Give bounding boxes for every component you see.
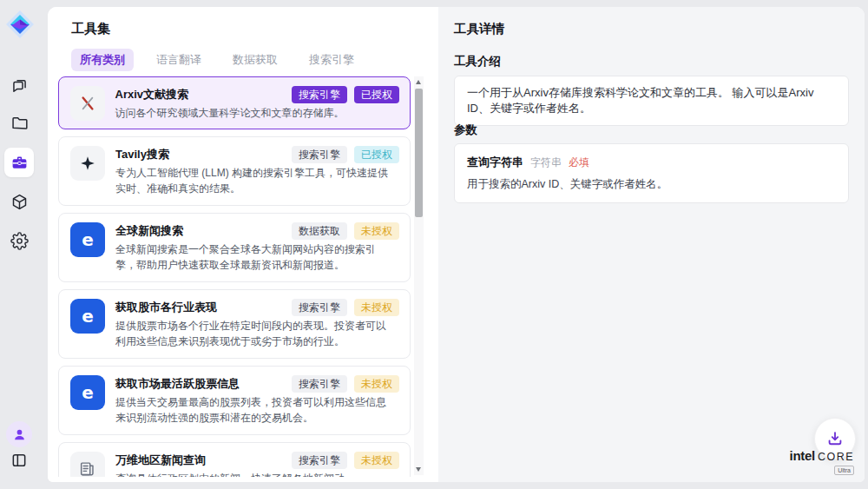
intro-box: 一个用于从Arxiv存储库搜索科学论文和文章的工具。 输入可以是Arxiv ID… <box>454 76 849 126</box>
auth-status-badge: 未授权 <box>354 222 399 240</box>
newspaper-icon <box>78 459 97 477</box>
auth-status-badge: 已授权 <box>354 86 399 103</box>
tools-panel: 工具集 所有类别 语言翻译 数据获取 搜索引擎 Arxiv文献搜索 访问各个研究… <box>48 7 438 482</box>
category-tab-bar: 所有类别 语言翻译 数据获取 搜索引擎 <box>71 49 363 71</box>
intel-core-logo: intelCORE Ultra <box>790 450 854 475</box>
auth-status-badge: 未授权 <box>354 299 399 316</box>
tab-数据获取[interactable]: 数据获取 <box>224 49 286 71</box>
tab-所有类别[interactable]: 所有类别 <box>71 49 134 71</box>
user-avatar user-icon[interactable] <box>6 421 32 447</box>
tool-card[interactable]: e 全球新闻搜索 全球新闻搜索是一个聚合全球各大新闻网站内容的搜索引擎，帮助用户… <box>58 213 411 282</box>
tavily-star-icon <box>79 155 96 172</box>
arxiv-icon <box>79 95 96 112</box>
tool-card[interactable]: e 获取股市各行业表现 提供股票市场各个行业在特定时间段内的表现。投资者可以利用… <box>58 289 411 359</box>
intro-heading: 工具介绍 <box>454 54 501 69</box>
scrollbar-up-arrow-icon[interactable] <box>416 80 421 84</box>
sidebar <box>0 0 48 489</box>
detail-title: 工具详情 <box>454 21 504 37</box>
tool-description: 全球新闻搜索是一个聚合全球各大新闻网站内容的搜索引擎，帮助用户快速获取全球最新资… <box>115 241 393 273</box>
param-type: 字符串 <box>530 155 562 170</box>
params-heading: 参数 <box>454 122 477 138</box>
tool-description: 查询具体行政区划内的新闻，快速了解各地新闻动 <box>115 471 345 477</box>
download-icon <box>825 429 845 448</box>
auth-status-badge: 未授权 <box>354 452 399 469</box>
tool-description: 专为人工智能代理 (LLM) 构建的搜索引擎工具，可快速提供实时、准确和真实的结… <box>115 165 393 196</box>
tool-description: 提供当天交易量最高的股票列表，投资者可以利用这些信息来识别流动性强的股票和潜在的… <box>115 394 393 426</box>
tool-icon-arxiv <box>70 86 105 121</box>
sidebar-item-tools toolbox-icon[interactable] <box>4 148 34 177</box>
news-search-icon: e <box>82 231 94 248</box>
app-root: 工具集 所有类别 语言翻译 数据获取 搜索引擎 Arxiv文献搜索 访问各个研究… <box>0 0 868 489</box>
param-name: 查询字符串 <box>467 155 523 170</box>
tab-搜索引擎[interactable]: 搜索引擎 <box>300 49 363 71</box>
category-badge: 搜索引擎 <box>292 146 347 163</box>
sidebar-item-models cube-icon[interactable] <box>4 187 34 216</box>
parameter-card: 查询字符串 字符串 必填 用于搜索的Arxiv ID、关键字或作者姓名。 <box>454 143 849 203</box>
sidebar-item-files folder-icon[interactable] <box>4 108 34 137</box>
tool-detail-panel: 工具详情 工具介绍 一个用于从Arxiv存储库搜索科学论文和文章的工具。 输入可… <box>438 7 865 482</box>
tool-card[interactable]: 万维地区新闻查询 查询具体行政区划内的新闻，快速了解各地新闻动 搜索引擎 未授权 <box>58 442 411 477</box>
app-logo gem-logo-icon <box>4 9 36 40</box>
tool-icon-newspaper <box>70 452 105 477</box>
tab-语言翻译[interactable]: 语言翻译 <box>148 49 210 71</box>
tool-description: 访问各个研究领域大量科学论文和文章的存储库。 <box>115 105 345 121</box>
tool-list: Arxiv文献搜索 访问各个研究领域大量科学论文和文章的存储库。 搜索引擎 已授… <box>58 76 411 477</box>
main-panel: 工具集 所有类别 语言翻译 数据获取 搜索引擎 Arxiv文献搜索 访问各个研究… <box>48 7 865 482</box>
auth-status-badge: 已授权 <box>354 146 399 163</box>
tool-icon-news-blue: e <box>70 222 105 257</box>
tool-card[interactable]: Tavily搜索 专为人工智能代理 (LLM) 构建的搜索引擎工具，可快速提供实… <box>58 136 411 206</box>
news-search-icon: e <box>82 384 94 401</box>
tool-description: 提供股票市场各个行业在特定时间段内的表现。投资者可以利用这些信息来识别表现优于或… <box>115 318 393 349</box>
param-required-badge: 必填 <box>569 155 589 170</box>
panel-toggle-button panel-toggle-icon[interactable] <box>4 446 34 475</box>
sidebar-item-settings gear-icon[interactable] <box>4 226 34 255</box>
tool-card[interactable]: e 获取市场最活跃股票信息 提供当天交易量最高的股票列表，投资者可以利用这些信息… <box>58 366 411 435</box>
scrollbar-thumb[interactable] <box>415 89 423 217</box>
tool-icon-tavily <box>70 146 105 181</box>
sidebar-item-chat chat-icon[interactable] <box>4 70 34 100</box>
category-badge: 搜索引擎 <box>292 375 347 393</box>
list-scrollbar[interactable] <box>414 76 424 475</box>
scrollbar-down-arrow-icon[interactable] <box>416 467 421 472</box>
tool-card[interactable]: Arxiv文献搜索 访问各个研究领域大量科学论文和文章的存储库。 搜索引擎 已授… <box>58 76 411 129</box>
tool-icon-news-blue: e <box>70 299 105 334</box>
category-badge: 搜索引擎 <box>292 452 347 469</box>
brand-ultra-badge: Ultra <box>834 466 854 475</box>
category-badge: 搜索引擎 <box>292 299 347 316</box>
param-description: 用于搜索的Arxiv ID、关键字或作者姓名。 <box>467 177 836 192</box>
tool-icon-news-blue: e <box>70 375 105 410</box>
page-title: 工具集 <box>71 21 110 37</box>
category-badge: 搜索引擎 <box>292 86 347 103</box>
brand-intel-text: intel <box>790 448 815 463</box>
brand-core-text: CORE <box>818 451 854 463</box>
category-badge: 数据获取 <box>292 222 347 240</box>
auth-status-badge: 未授权 <box>354 375 399 393</box>
news-search-icon: e <box>82 307 94 325</box>
